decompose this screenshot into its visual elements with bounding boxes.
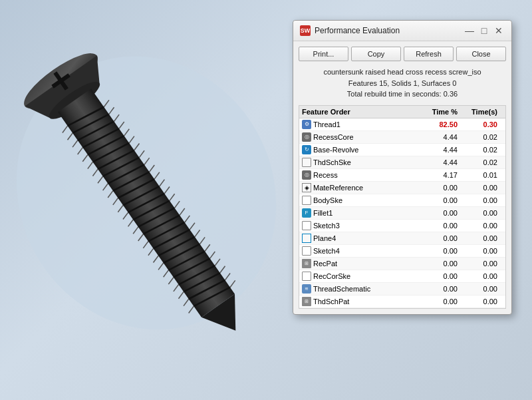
svg-line-50 (152, 256, 160, 262)
svg-line-67 (148, 165, 156, 172)
table-row[interactable]: ◎ RecessCore 4.44 0.02 (299, 131, 505, 144)
svg-line-56 (182, 299, 190, 305)
svg-line-66 (143, 158, 151, 164)
cell-feature-name: F Fillet1 (302, 208, 423, 218)
svg-line-45 (126, 220, 134, 226)
table-row[interactable]: ⚙ Thread1 82.50 0.30 (299, 118, 505, 131)
feature-icon (302, 196, 311, 205)
cell-time-s: 0.00 (463, 184, 503, 192)
table-row[interactable]: ◎ Recess 4.17 0.01 (299, 169, 505, 182)
cell-time-s: 0.00 (463, 260, 503, 268)
table-row[interactable]: Sketch3 0.00 0.00 (299, 220, 505, 232)
title-bar: SW Performance Evaluation — □ ✕ (293, 21, 511, 41)
cell-feature-name: Sketch4 (302, 246, 423, 256)
feature-icon (302, 234, 311, 243)
col-time-s: Time(s) (463, 108, 503, 116)
cell-time-pct: 0.00 (423, 298, 463, 305)
feature-icon (302, 246, 311, 256)
table-row[interactable]: ⊞ ThdSchPat 0.00 0.00 (299, 296, 505, 308)
table-row[interactable]: ◈ MateReference 0.00 0.00 (299, 182, 505, 194)
cell-time-s: 0.01 (463, 171, 503, 179)
svg-line-80 (213, 259, 221, 266)
cell-time-pct: 0.00 (423, 285, 463, 293)
cell-time-s: 0.00 (463, 272, 503, 280)
feature-icon (302, 221, 311, 230)
title-controls: — □ ✕ (464, 25, 505, 37)
feature-table: Feature Order Time % Time(s) ⚙ Thread1 8… (299, 105, 506, 309)
feature-icon: ↻ (302, 145, 311, 154)
dialog-title: Performance Evaluation (315, 26, 400, 35)
cell-feature-name: ThdSchSke (302, 158, 423, 167)
cell-time-pct: 0.00 (423, 184, 463, 192)
table-row[interactable]: Sketch4 0.00 0.00 (299, 245, 505, 258)
cell-time-pct: 4.17 (423, 171, 463, 179)
table-row[interactable]: ↻ Base-Revolve 4.44 0.02 (299, 144, 505, 156)
cell-time-pct: 0.00 (423, 272, 463, 280)
cell-time-s: 0.00 (463, 298, 503, 305)
cell-feature-name: Plane4 (302, 234, 423, 243)
cell-time-pct: 0.00 (423, 196, 463, 204)
table-row[interactable]: RecCorSke 0.00 0.00 (299, 270, 505, 283)
cell-time-s: 0.00 (463, 234, 503, 242)
feature-icon: ⊞ (302, 297, 311, 306)
cell-feature-name: BodySke (302, 196, 423, 205)
svg-line-70 (163, 186, 171, 193)
svg-line-35 (76, 148, 84, 154)
cell-feature-name: RecCorSke (302, 272, 423, 281)
refresh-button[interactable]: Refresh (404, 47, 454, 61)
svg-line-61 (118, 122, 126, 128)
svg-line-69 (158, 180, 166, 186)
table-row[interactable]: ThdSchSke 4.44 0.02 (299, 156, 505, 169)
cell-time-s: 0.00 (463, 222, 503, 230)
cell-feature-name: ⚙ Thread1 (302, 120, 423, 129)
table-row[interactable]: ≋ ThreadSchematic 0.00 0.00 (299, 283, 505, 296)
table-row[interactable]: BodySke 0.00 0.00 (299, 194, 505, 207)
cell-time-s: 0.02 (463, 146, 503, 154)
window-close-button[interactable]: ✕ (493, 25, 505, 37)
svg-line-65 (138, 150, 146, 157)
svg-line-37 (86, 162, 94, 168)
svg-line-46 (132, 227, 140, 234)
table-row[interactable]: Plane4 0.00 0.00 (299, 232, 505, 245)
minimize-button[interactable]: — (464, 25, 475, 37)
svg-line-72 (173, 201, 181, 208)
cell-time-pct: 0.00 (423, 260, 463, 268)
svg-line-41 (106, 191, 114, 198)
svg-line-55 (177, 292, 185, 298)
svg-line-79 (208, 252, 216, 258)
svg-line-64 (132, 143, 140, 150)
cell-feature-name: ⊞ RecPat (302, 259, 423, 268)
cell-time-pct: 0.00 (423, 222, 463, 230)
copy-button[interactable]: Copy (351, 47, 401, 61)
svg-line-34 (71, 140, 79, 147)
table-row[interactable]: ⊞ RecPat 0.00 0.00 (299, 258, 505, 270)
app-icon: SW (300, 25, 311, 36)
close-button[interactable]: Close (456, 47, 506, 61)
svg-line-59 (108, 107, 116, 114)
toolbar: Print... Copy Refresh Close (299, 47, 506, 61)
table-body: ⚙ Thread1 82.50 0.30 ◎ RecessCore 4.44 0… (299, 118, 505, 308)
svg-line-73 (178, 208, 186, 215)
info-line2: Features 15, Solids 1, Surfaces 0 (299, 78, 506, 89)
cell-feature-name: ⊞ ThdSchPat (302, 297, 423, 306)
cell-feature-name: Sketch3 (302, 221, 423, 230)
cell-time-pct: 0.00 (423, 209, 463, 217)
feature-icon: ◎ (302, 170, 311, 180)
svg-line-63 (128, 136, 136, 143)
feature-icon: ≋ (302, 284, 311, 294)
cell-time-s: 0.00 (463, 209, 503, 217)
svg-line-53 (167, 278, 175, 284)
info-section: countersunk raised head cross recess scr… (299, 67, 506, 100)
table-row[interactable]: F Fillet1 0.00 0.00 (299, 207, 505, 220)
feature-icon: ⚙ (302, 120, 311, 129)
print-button[interactable]: Print... (299, 47, 348, 61)
cell-feature-name: ◎ Recess (302, 170, 423, 180)
svg-line-62 (122, 129, 130, 136)
screw-illustration (13, 13, 279, 393)
maximize-button[interactable]: □ (478, 25, 490, 37)
cell-time-pct: 4.44 (423, 133, 463, 141)
svg-line-32 (61, 126, 69, 132)
feature-icon: ⊞ (302, 259, 311, 268)
svg-line-75 (188, 223, 196, 230)
svg-line-71 (168, 194, 176, 200)
